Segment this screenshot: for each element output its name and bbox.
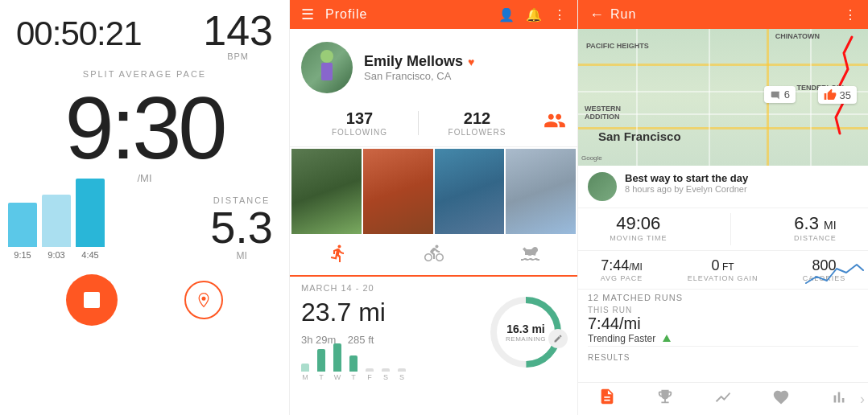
this-run-label: THIS RUN — [588, 306, 858, 314]
distance-metric-label: DISTANCE — [794, 234, 837, 242]
bar-label-1: 9:15 — [14, 250, 31, 260]
profile-stats-row: 137 FOLLOWING 212 FOLLOWERS — [290, 103, 577, 147]
remaining-value: 16.3 mi — [506, 323, 546, 335]
run-detail-panel: ← Run ⋮ CHINATOWN PACIFIC HEIG — [578, 0, 868, 415]
location-icon — [196, 292, 212, 308]
photo-2[interactable] — [363, 149, 433, 234]
road-v2 — [709, 29, 710, 166]
bar-3 — [76, 179, 105, 247]
header-person-icon[interactable]: 👤 — [498, 7, 515, 23]
header-more-icon[interactable]: ⋮ — [553, 7, 566, 23]
profile-avatar — [301, 42, 353, 93]
run-poster-avatar — [588, 172, 617, 201]
add-friend-icon — [544, 109, 566, 132]
tab-swim[interactable] — [482, 236, 577, 275]
edit-icon — [553, 334, 563, 343]
run-post-header: Best way to start the day 8 hours ago by… — [578, 166, 868, 208]
bottom-section: 9:15 9:03 4:45 DISTANCE 5.3 MI — [0, 195, 289, 261]
activity-duration: 3h 29m — [301, 334, 336, 346]
footer-bars-icon[interactable] — [830, 388, 848, 409]
photo-3[interactable] — [435, 149, 505, 234]
profile-title: Profile — [325, 7, 367, 22]
following-block[interactable]: 137 FOLLOWING — [301, 109, 418, 137]
avg-pace-value: 7:44/MI — [601, 257, 643, 274]
followers-value: 212 — [419, 109, 535, 128]
this-run-pace: 7:44/mi — [588, 314, 858, 333]
timer-display: 00:50:21 — [16, 14, 142, 53]
header-options-icon[interactable]: ⋮ — [844, 7, 857, 23]
moving-time-value: 49:06 — [610, 213, 667, 234]
footer-heart-icon[interactable] — [772, 388, 790, 409]
footer-doc-icon[interactable] — [598, 388, 616, 410]
tracker-footer — [0, 266, 289, 334]
bar-label-3: 4:45 — [81, 250, 98, 260]
map-google-label: Google — [581, 154, 602, 162]
profile-name-block: Emily Mellows ♥ San Francisco, CA — [364, 53, 474, 82]
followers-block[interactable]: 212 FOLLOWERS — [419, 109, 535, 137]
tab-run[interactable] — [290, 236, 386, 277]
run-post-meta: 8 hours ago by Evelyn Cordner — [625, 184, 748, 194]
menu-icon[interactable]: ☰ — [301, 6, 314, 23]
following-value: 137 — [301, 109, 418, 128]
map-chinatown-label: CHINATOWN — [775, 32, 820, 40]
activity-elevation: 285 ft — [348, 334, 374, 346]
run-detail-footer: › — [578, 382, 868, 415]
distance-metric-unit: MI — [824, 219, 837, 232]
footer-trophy-icon[interactable] — [656, 388, 674, 410]
map-sf-label: San Francisco — [598, 129, 681, 143]
stop-icon — [84, 292, 100, 308]
distance-metric-block: 6.3 MI DISTANCE — [794, 213, 837, 245]
pace-mini-chart — [804, 253, 865, 288]
add-friend-button[interactable] — [544, 109, 566, 137]
avg-pace-label: AVG PACE — [601, 274, 643, 282]
moving-time-label: MOVING TIME — [610, 234, 667, 242]
followers-label: FOLLOWERS — [419, 128, 535, 137]
w-bar-mon: M — [301, 364, 309, 381]
footer-chart-icon[interactable] — [714, 388, 732, 409]
likes-bubble[interactable]: 35 — [818, 86, 857, 104]
following-label: FOLLOWING — [301, 128, 418, 137]
profile-info: Emily Mellows ♥ San Francisco, CA — [290, 29, 577, 103]
elevation-block: 0 FT ELEVATION GAIN — [688, 257, 758, 282]
distance-metric-value: 6.3 MI — [794, 213, 837, 234]
w-bar-sat: S — [382, 368, 390, 381]
heart-icon: ♥ — [468, 55, 474, 68]
secondary-metrics-row: 7:44/MI AVG PACE 0 FT ELEVATION GAIN 800… — [578, 251, 868, 290]
distance-block: DISTANCE 5.3 MI — [210, 195, 281, 261]
comment-icon — [770, 89, 781, 101]
w-bar-sun: S — [398, 368, 406, 381]
w-bar-thu: T — [349, 355, 358, 381]
map-pacific-heights-label: PACIFIC HEIGHTS — [586, 42, 649, 50]
trending-text: Trending Faster — [588, 333, 655, 344]
elevation-value: 0 FT — [688, 257, 758, 274]
activity-distance: 23.7 mi — [301, 298, 486, 327]
thumbs-up-icon — [824, 88, 837, 101]
matched-runs-section: 12 MATCHED RUNS THIS RUN 7:44/mi Trendin… — [578, 290, 868, 350]
stop-button[interactable] — [66, 274, 118, 326]
run-metrics-row: 49:06 MOVING TIME 6.3 MI DISTANCE — [578, 208, 868, 251]
bar-group-1: 9:15 — [8, 203, 37, 260]
date-range: MARCH 14 - 20 — [301, 283, 486, 293]
distance-value: 5.3 — [210, 205, 273, 250]
activity-tabs — [290, 236, 577, 277]
run-post-text: Best way to start the day 8 hours ago by… — [625, 172, 748, 194]
pace-display: 9:30 — [64, 84, 224, 172]
photo-4[interactable] — [506, 149, 576, 234]
photo-1[interactable] — [291, 149, 362, 234]
header-like-icon[interactable]: 🔔 — [526, 7, 542, 23]
bpm-value: 143 — [203, 10, 273, 51]
run-detail-title: Run — [610, 7, 636, 22]
weekly-bars: M T W T F S S — [301, 349, 486, 381]
profile-panel: ☰ Profile 👤 🔔 ⋮ Emily Mellows ♥ San Fran… — [290, 0, 578, 415]
tab-bike[interactable] — [386, 236, 482, 275]
comments-bubble[interactable]: 6 — [764, 86, 796, 103]
location-button[interactable] — [184, 281, 223, 319]
bottom-activity: MARCH 14 - 20 23.7 mi 3h 29m 285 ft M T … — [290, 277, 577, 388]
likes-count: 35 — [840, 89, 851, 101]
tracker-header: 00:50:21 143 BPM — [0, 0, 289, 68]
moving-time-block: 49:06 MOVING TIME — [610, 213, 667, 245]
edit-button[interactable] — [548, 329, 568, 348]
activity-details: 3h 29m 285 ft — [301, 327, 486, 346]
back-icon[interactable]: ← — [589, 6, 604, 23]
chevron-right-icon: › — [860, 391, 865, 408]
